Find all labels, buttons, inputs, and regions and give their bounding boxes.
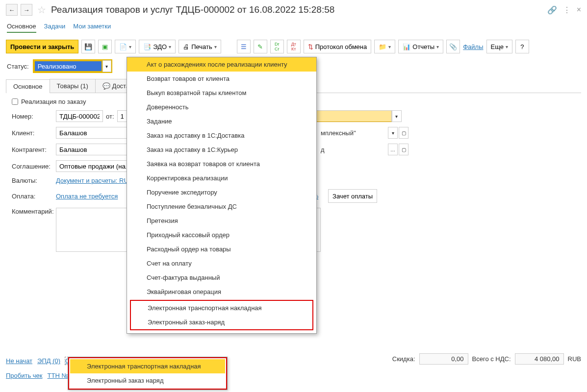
total-label: Всего с НДС: <box>472 355 511 363</box>
menu-item[interactable]: Доверенность <box>127 100 316 114</box>
subnav-notes[interactable]: Мои заметки <box>73 23 111 33</box>
reports-button[interactable]: 📊Отчеты▾ <box>398 40 443 53</box>
post-icon: ▣ <box>102 43 108 50</box>
files-link[interactable]: Файлы <box>463 43 483 50</box>
print-icon: 🖨 <box>183 43 189 50</box>
wh-dots[interactable]: … <box>388 144 398 155</box>
menu-item[interactable]: Электронный заказ-наряд <box>131 315 312 329</box>
number-label: Номер: <box>12 113 56 120</box>
tab-goods[interactable]: Товары (1) <box>50 79 96 93</box>
submenu-item[interactable]: Электронная транспортная накладная <box>70 359 225 373</box>
agreement-input[interactable] <box>56 160 129 172</box>
save-close-button[interactable]: Провести и закрыть <box>6 40 78 53</box>
submenu-item[interactable]: Электронный заказ наряд <box>70 373 225 388</box>
list-icon: ☰ <box>241 43 247 50</box>
menu-item[interactable]: Электронная транспортная накладная <box>131 301 312 315</box>
menu-item[interactable]: Расходный ордер на товары <box>127 242 316 256</box>
from-label: от: <box>106 113 114 120</box>
by-order-label: Реализация по заказу <box>21 98 86 105</box>
agreement-label: Соглашение: <box>12 163 56 170</box>
client-input[interactable] <box>56 127 129 139</box>
list-button[interactable]: ☰ <box>237 40 251 53</box>
menu-item[interactable]: Эквайринговая операция <box>127 285 316 299</box>
discount-label: Скидка: <box>392 355 415 363</box>
currencies-label: Валюты: <box>12 177 56 184</box>
epd-submenu: Электронная транспортная накладная Элект… <box>68 357 228 390</box>
payment-link[interactable]: Оплата не требуется <box>56 193 118 200</box>
epd-link[interactable]: ЭПД (0) <box>37 357 60 365</box>
menu-item[interactable]: Претензия <box>127 214 316 228</box>
menu-item[interactable]: Задание <box>127 114 316 128</box>
menu-item[interactable]: Счет на оплату <box>127 256 316 270</box>
nav-forward[interactable]: → <box>21 4 32 16</box>
by-order-checkbox[interactable] <box>12 98 18 105</box>
payment-label: Оплата: <box>12 193 56 200</box>
org-input[interactable] <box>313 110 392 122</box>
create-based-button[interactable]: 📄▾ <box>115 40 136 53</box>
not-started-link[interactable]: Не начат <box>6 357 32 365</box>
subnav-tasks[interactable]: Задачи <box>44 23 66 33</box>
attach-button[interactable]: 📎 <box>446 40 460 53</box>
status-dropdown-icon[interactable]: ▾ <box>102 60 111 72</box>
org-picker[interactable]: ▾ <box>392 110 402 122</box>
edo-icon: 📑 <box>143 43 151 50</box>
protocol-icon: ⇅ <box>308 43 313 50</box>
save-button[interactable]: 💾 <box>81 40 95 53</box>
post-button[interactable]: ▣ <box>98 40 112 53</box>
menu-item[interactable]: Заказ на доставку в 1С:Курьер <box>127 143 316 157</box>
offset-button[interactable]: Зачет оплаты <box>328 189 377 203</box>
complex-picker[interactable]: ▾ <box>388 127 398 139</box>
dtkt-button[interactable]: ДтКт <box>287 40 301 53</box>
protocol-button[interactable]: ⇅Протокол обмена <box>304 40 372 53</box>
menu-item[interactable]: Корректировка реализации <box>127 171 316 185</box>
receipt-link[interactable]: Пробить чек <box>6 372 43 379</box>
wh-open[interactable]: ▢ <box>399 144 408 155</box>
total-value: 4 080,00 <box>515 353 564 365</box>
complex-text: мплексный" <box>321 129 356 137</box>
ttn-link[interactable]: ТТН № <box>48 372 69 379</box>
link-icon[interactable]: 🔗 <box>547 5 557 15</box>
menu-item[interactable]: Акт о расхождениях после реализации клие… <box>127 57 316 72</box>
highlighted-items: Электронная транспортная накладная Элект… <box>130 300 313 330</box>
currency-label: RUB <box>568 355 581 363</box>
create-based-menu: Акт о расхождениях после реализации клие… <box>127 57 317 334</box>
edo-button[interactable]: 📑ЭДО▾ <box>139 40 176 53</box>
dtkt-icon: ДтКт <box>291 42 296 51</box>
menu-item[interactable]: Поступление безналичных ДС <box>127 199 316 214</box>
status-input[interactable]: Реализовано <box>34 60 102 72</box>
menu-item[interactable]: Возврат товаров от клиента <box>127 72 316 86</box>
favorite-icon[interactable]: ☆ <box>37 4 46 16</box>
folder-icon: 📁 <box>379 43 386 50</box>
currencies-link[interactable]: Документ и расчеты: RU <box>56 177 128 184</box>
nav-back[interactable]: ← <box>6 4 18 16</box>
print-button[interactable]: 🖨Печать▾ <box>179 40 221 53</box>
menu-item[interactable]: Счет-фактура выданный <box>127 270 316 285</box>
contractor-input[interactable] <box>56 144 129 155</box>
tab-main[interactable]: Основное <box>6 79 50 93</box>
client-label: Клиент: <box>12 129 56 137</box>
subnav-main[interactable]: Основное <box>7 23 36 33</box>
comment-icon: 💬 <box>102 82 110 90</box>
close-icon[interactable]: × <box>577 5 581 14</box>
menu-item[interactable]: Выкуп возвратной тары клиентом <box>127 86 316 100</box>
menu-dots-icon[interactable]: ⋮ <box>563 5 571 15</box>
complex-open[interactable]: ▢ <box>399 127 408 139</box>
help-button[interactable]: ? <box>515 40 529 53</box>
contractor-label: Контрагент: <box>12 146 56 153</box>
status-label: Статус: <box>7 63 29 70</box>
totals: Скидка: 0,00 Всего с НДС: 4 080,00 RUB <box>392 353 581 365</box>
number-input[interactable] <box>56 110 103 122</box>
dtcr-button[interactable]: DrCr <box>270 40 284 53</box>
more-button[interactable]: Еще▾ <box>486 40 512 53</box>
pencil-icon: ✎ <box>257 43 263 50</box>
folder-button[interactable]: 📁▾ <box>374 40 395 53</box>
menu-item[interactable]: Поручение экспедитору <box>127 185 316 199</box>
menu-item[interactable]: Заказ на доставку в 1С:Доставка <box>127 128 316 143</box>
menu-item[interactable]: Заявка на возврат товаров от клиента <box>127 157 316 171</box>
date-input[interactable] <box>117 110 127 122</box>
bottom-row2: Пробить чек ТТН № <box>6 372 68 379</box>
clip-icon: 📎 <box>449 43 457 50</box>
discount-value: 0,00 <box>419 353 468 365</box>
edit-button[interactable]: ✎ <box>254 40 267 53</box>
menu-item[interactable]: Приходный кассовый ордер <box>127 228 316 242</box>
